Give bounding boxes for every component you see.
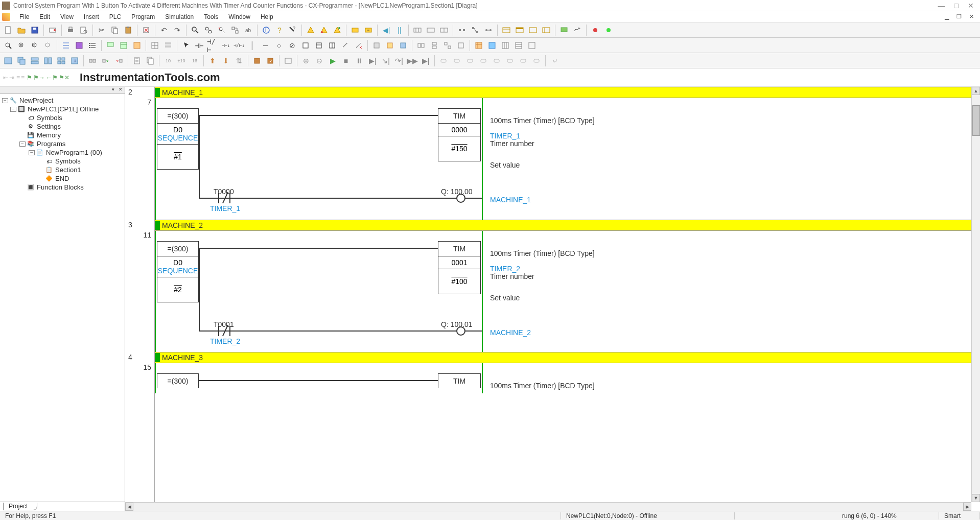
align-right-button[interactable]: ≡	[21, 74, 25, 81]
panel-pin-button[interactable]: ▾	[110, 87, 116, 93]
window-4-button[interactable]	[55, 55, 67, 67]
force-on-button[interactable]: ⊕	[300, 55, 312, 67]
net-button-3[interactable]	[482, 24, 495, 36]
address-ref-button[interactable]: ab	[242, 24, 254, 36]
seg3-button[interactable]	[464, 55, 476, 67]
table-button-5[interactable]	[526, 39, 538, 52]
step-end-button[interactable]: ▶|	[419, 55, 432, 67]
function-3-button[interactable]	[326, 39, 338, 52]
seg5-button[interactable]	[491, 55, 503, 67]
menu-file[interactable]: File	[14, 12, 34, 21]
step-into-button[interactable]: ↘|	[380, 55, 392, 67]
pause-button[interactable]: ||	[393, 24, 406, 36]
ladder-editor[interactable]: 2 7 3 11 4 15 MACHINE_1	[125, 87, 980, 511]
grid-button[interactable]	[149, 39, 161, 52]
indent-button[interactable]: ⇥	[9, 74, 14, 81]
cross-ref-button[interactable]	[229, 24, 241, 36]
online-edit-button[interactable]	[251, 55, 263, 67]
nc-contact[interactable]	[218, 193, 230, 203]
mdi-close-button[interactable]: ✕	[968, 13, 975, 20]
upload-button[interactable]: ⬆	[206, 55, 219, 67]
sim-button-2[interactable]	[362, 24, 375, 36]
horizontal-scrollbar[interactable]: ◀ ▶	[125, 502, 971, 511]
led-button-1[interactable]	[589, 24, 601, 36]
tree-node-end[interactable]: 🔶 END	[1, 174, 125, 183]
delete-button[interactable]	[140, 24, 152, 36]
compile-all-button[interactable]	[144, 55, 156, 67]
tree-node-symbols[interactable]: 🏷 Symbols	[1, 113, 125, 122]
timer-function-block[interactable]: TIM 0000 #150	[438, 108, 481, 161]
tree-node-memory[interactable]: 💾 Memory	[1, 131, 125, 139]
go-online-button[interactable]	[86, 55, 99, 67]
net-button-1[interactable]	[456, 24, 468, 36]
net-button-2[interactable]	[469, 24, 481, 36]
tree-node-plc[interactable]: − 🔲 NewPLC1[CP1L] Offline	[1, 105, 125, 113]
cut-button[interactable]: ✂	[96, 24, 108, 36]
close-button[interactable]: ✕	[968, 2, 974, 10]
print-preview-button[interactable]	[78, 24, 90, 36]
download-button[interactable]: ⬇	[220, 55, 232, 67]
zoom-fit-button[interactable]	[2, 39, 14, 52]
vertical-scrollbar[interactable]: ▲ ▼	[971, 87, 980, 502]
io-button-1[interactable]	[500, 24, 512, 36]
context-help-button[interactable]: ?	[287, 24, 299, 36]
step-fwd-button[interactable]: ▶▶	[406, 55, 418, 67]
arrange-button-4[interactable]	[455, 39, 467, 52]
table-button-1[interactable]	[473, 39, 485, 52]
menu-insert[interactable]: Insert	[79, 12, 104, 21]
contact-nc-button[interactable]: ⊣/⊢	[206, 39, 219, 52]
io-button-3[interactable]	[527, 24, 539, 36]
section-button[interactable]	[162, 39, 174, 52]
replace-button[interactable]	[202, 24, 215, 36]
find-button[interactable]	[189, 24, 201, 36]
compare-function-block[interactable]: =(300) D0 SEQUENCE #1	[157, 108, 199, 170]
paste-button[interactable]	[122, 24, 134, 36]
project-tree[interactable]: − 🔧 NewProject − 🔲 NewPLC1[CP1L] Offline…	[0, 94, 125, 502]
scroll-left-button[interactable]: ◀	[125, 503, 133, 511]
seg6-button[interactable]	[504, 55, 516, 67]
pause-sim-button[interactable]: ⏸	[353, 55, 365, 67]
view-list-button[interactable]	[86, 39, 99, 52]
hline-button[interactable]: ─	[260, 39, 272, 52]
seg8-button[interactable]	[530, 55, 543, 67]
block-button-3[interactable]	[397, 39, 409, 52]
timer-function-block[interactable]: TIM 0001 #100	[438, 241, 481, 294]
radix-16-button[interactable]: 16	[189, 55, 201, 67]
open-button[interactable]	[15, 24, 28, 36]
nc-contact[interactable]	[218, 326, 230, 336]
warning2-button[interactable]	[318, 24, 330, 36]
bookmark-clear-button[interactable]: ⚑✕	[59, 74, 69, 81]
bookmark-next-button[interactable]: ⚑→	[33, 74, 45, 81]
menu-simulation[interactable]: Simulation	[160, 12, 199, 21]
maximize-button[interactable]: □	[954, 2, 959, 10]
contact-no-button[interactable]: ⊣⊢	[193, 39, 205, 52]
step-left-button[interactable]: ◀|	[380, 24, 392, 36]
contact-nc-or-button[interactable]: ⊣/⊢↓	[233, 39, 245, 52]
mem-view1-button[interactable]	[411, 24, 424, 36]
undo-button[interactable]: ↶	[158, 24, 170, 36]
menu-tools[interactable]: Tools	[199, 12, 223, 21]
window-v-button[interactable]	[42, 55, 54, 67]
menu-edit[interactable]: Edit	[34, 12, 55, 21]
seg7-button[interactable]	[517, 55, 529, 67]
transfer-from-button[interactable]	[113, 55, 125, 67]
toggle-address-button[interactable]	[118, 39, 130, 52]
minimize-button[interactable]: —	[938, 2, 945, 10]
zoom-100-button[interactable]	[42, 39, 54, 52]
outdent-button[interactable]: ⇤	[3, 74, 8, 81]
scroll-track[interactable]	[133, 503, 963, 511]
scroll-thumb[interactable]	[972, 105, 980, 136]
compare-function-block[interactable]: =(300) D0 SEQUENCE #2	[157, 241, 199, 302]
led-button-2[interactable]	[602, 24, 615, 36]
block-button-2[interactable]	[384, 39, 396, 52]
find-next-button[interactable]	[216, 24, 228, 36]
task-button[interactable]	[282, 55, 294, 67]
send-changes-button[interactable]	[264, 55, 276, 67]
tree-node-section1[interactable]: 📋 Section1	[1, 166, 125, 174]
radix-10-signed-button[interactable]: ±10	[175, 55, 188, 67]
contact-no-or-button[interactable]: ⊣⊢↓	[220, 39, 232, 52]
seg2-button[interactable]	[451, 55, 463, 67]
zoom-out-button[interactable]	[29, 39, 41, 52]
panel-close-button[interactable]: ✕	[116, 87, 125, 93]
tree-node-settings[interactable]: ⚙ Settings	[1, 122, 125, 131]
